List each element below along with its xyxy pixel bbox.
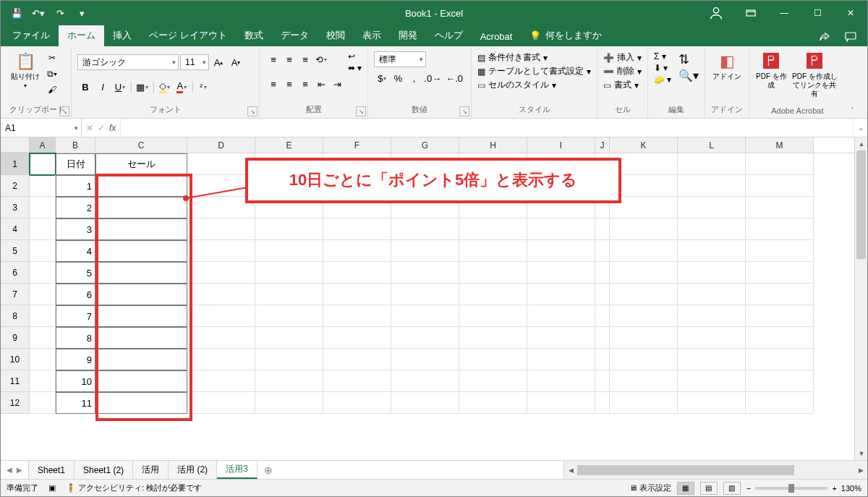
cell-F10[interactable] (323, 349, 391, 370)
cell-C6[interactable] (95, 262, 187, 284)
cell-L2[interactable] (678, 175, 746, 197)
cell-C4[interactable] (95, 218, 187, 240)
col-header-D[interactable]: D (187, 137, 255, 153)
cell-H11[interactable] (459, 370, 527, 392)
cell-M12[interactable] (746, 392, 814, 414)
cell-A4[interactable] (30, 218, 56, 240)
border-button[interactable]: ▦ (134, 79, 150, 95)
row-header-2[interactable]: 2 (1, 175, 30, 197)
italic-button[interactable]: I (95, 79, 111, 95)
alignment-launcher[interactable]: ↘ (356, 106, 366, 116)
sheet-tab-2[interactable]: 活用 (133, 461, 169, 479)
display-settings-button[interactable]: 🖥 表示設定 (629, 483, 671, 493)
save-icon[interactable]: 💾 (7, 3, 27, 23)
cell-I10[interactable] (527, 349, 595, 370)
cell-B8[interactable]: 7 (56, 305, 95, 327)
scroll-left-button[interactable]: ◀ (564, 464, 577, 477)
accessibility-status[interactable]: 🧍 アクセシビリティ: 検討が必要です (66, 483, 202, 493)
tab-data[interactable]: データ (272, 25, 318, 46)
align-right-button[interactable]: ≡ (297, 76, 313, 92)
col-header-E[interactable]: E (255, 137, 323, 153)
cell-G6[interactable] (391, 262, 459, 284)
number-launcher[interactable]: ↘ (459, 106, 469, 116)
cell-C5[interactable] (95, 240, 187, 262)
cell-F6[interactable] (323, 262, 391, 284)
name-box[interactable]: A1 (1, 119, 82, 137)
cell-M8[interactable] (746, 305, 814, 327)
cell-C1[interactable]: セール (95, 153, 187, 175)
cell-H4[interactable] (459, 218, 527, 240)
cell-I4[interactable] (527, 218, 595, 240)
col-header-I[interactable]: I (527, 137, 595, 153)
cell-I9[interactable] (527, 327, 595, 349)
sheet-last-button[interactable]: ▶ (17, 466, 22, 474)
cell-A9[interactable] (30, 327, 56, 349)
cell-K10[interactable] (610, 349, 678, 370)
cell-K6[interactable] (610, 262, 678, 284)
cell-G5[interactable] (391, 240, 459, 262)
format-painter-button[interactable]: 🖌 (44, 82, 60, 97)
sheet-tab-1[interactable]: Sheet1 (2) (75, 461, 133, 479)
zoom-slider[interactable] (755, 487, 827, 490)
percent-button[interactable]: % (390, 70, 406, 86)
zoom-out-button[interactable]: − (746, 484, 751, 493)
cell-C10[interactable] (95, 349, 187, 370)
col-header-F[interactable]: F (323, 137, 391, 153)
sheet-first-button[interactable]: ◀ (7, 466, 12, 474)
hscroll-thumb[interactable] (577, 465, 794, 475)
delete-cells-button[interactable]: ➖削除 ▾ (603, 65, 642, 77)
pdf-share-button[interactable]: 🅿 PDF を作成してリンクを共有 (790, 49, 839, 98)
maximize-button[interactable]: ☐ (801, 1, 834, 25)
close-button[interactable]: ✕ (834, 1, 867, 25)
cell-K12[interactable] (610, 392, 678, 414)
cell-J9[interactable] (595, 327, 610, 349)
decrease-font-button[interactable]: A▾ (228, 54, 244, 70)
cell-C2[interactable] (95, 175, 187, 197)
row-header-12[interactable]: 12 (1, 392, 30, 414)
tell-me[interactable]: 💡 何をしますか (521, 25, 610, 46)
cell-M10[interactable] (746, 349, 814, 370)
cell-L9[interactable] (678, 327, 746, 349)
col-header-K[interactable]: K (610, 137, 678, 153)
find-select-button[interactable]: 🔍▾ (678, 69, 699, 82)
cell-A6[interactable] (30, 262, 56, 284)
cell-M4[interactable] (746, 218, 814, 240)
cell-E7[interactable] (255, 284, 323, 305)
cell-B6[interactable]: 5 (56, 262, 95, 284)
row-header-5[interactable]: 5 (1, 240, 30, 262)
align-center-button[interactable]: ≡ (281, 76, 297, 92)
cell-E9[interactable] (255, 327, 323, 349)
cell-I11[interactable] (527, 370, 595, 392)
cell-F11[interactable] (323, 370, 391, 392)
cell-D4[interactable] (187, 218, 255, 240)
cell-G10[interactable] (391, 349, 459, 370)
row-header-3[interactable]: 3 (1, 197, 30, 218)
row-header-6[interactable]: 6 (1, 262, 30, 284)
clear-button[interactable]: 🧽 ▾ (654, 75, 671, 85)
cell-A8[interactable] (30, 305, 56, 327)
cell-I6[interactable] (527, 262, 595, 284)
cell-C3[interactable] (95, 197, 187, 218)
cell-E6[interactable] (255, 262, 323, 284)
decrease-indent-button[interactable]: ⇤ (313, 76, 329, 92)
cell-K9[interactable] (610, 327, 678, 349)
cell-M6[interactable] (746, 262, 814, 284)
tab-file[interactable]: ファイル (4, 25, 59, 46)
cell-B11[interactable]: 10 (56, 370, 95, 392)
cell-F9[interactable] (323, 327, 391, 349)
formula-input[interactable] (121, 119, 853, 137)
cell-E4[interactable] (255, 218, 323, 240)
cell-B3[interactable]: 2 (56, 197, 95, 218)
cell-F7[interactable] (323, 284, 391, 305)
cell-A2[interactable] (30, 175, 56, 197)
cell-G9[interactable] (391, 327, 459, 349)
cell-L12[interactable] (678, 392, 746, 414)
cell-J4[interactable] (595, 218, 610, 240)
cell-A12[interactable] (30, 392, 56, 414)
cell-D11[interactable] (187, 370, 255, 392)
cell-F12[interactable] (323, 392, 391, 414)
format-cells-button[interactable]: ▭書式 ▾ (603, 79, 642, 91)
wrap-text-button[interactable]: ↩ (348, 51, 362, 61)
cell-B7[interactable]: 6 (56, 284, 95, 305)
cell-styles-button[interactable]: ▭セルのスタイル ▾ (477, 79, 591, 91)
